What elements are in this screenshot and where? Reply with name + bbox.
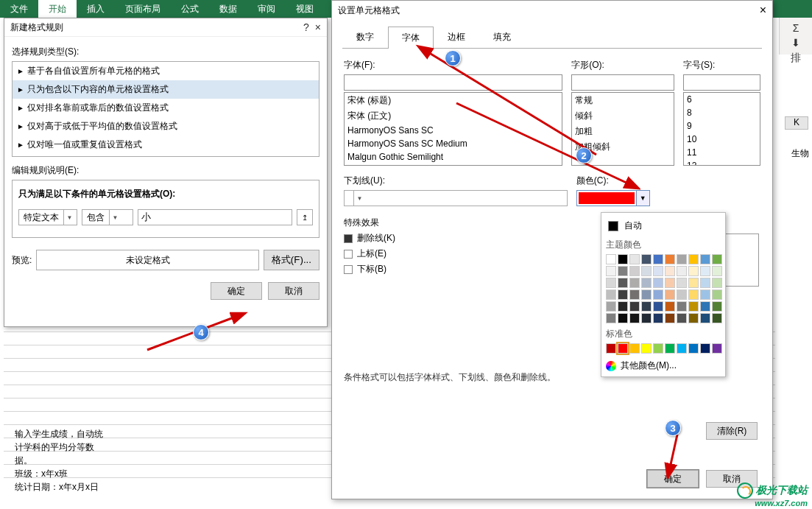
color-swatch[interactable] (677, 343, 687, 354)
color-swatch[interactable] (677, 313, 687, 323)
font-input[interactable] (344, 74, 562, 91)
color-swatch[interactable] (712, 254, 722, 264)
color-swatch[interactable] (677, 301, 687, 312)
style-opt-2[interactable]: 加粗 (572, 124, 674, 139)
color-swatch[interactable] (688, 313, 699, 323)
color-swatch[interactable] (712, 278, 722, 288)
color-swatch[interactable] (629, 313, 640, 323)
color-swatch[interactable] (606, 254, 616, 264)
color-swatch[interactable] (688, 278, 699, 288)
color-swatch[interactable] (700, 254, 710, 264)
size-input[interactable] (683, 74, 760, 91)
condition-text-input[interactable] (138, 209, 292, 225)
help-icon[interactable]: ? (303, 21, 309, 33)
close-icon[interactable]: × (760, 4, 766, 17)
color-swatch[interactable] (700, 278, 710, 288)
chevron-down-icon[interactable]: ▼ (109, 210, 121, 225)
style-input[interactable] (571, 74, 674, 91)
more-colors-row[interactable]: 其他颜色(M)... (606, 359, 721, 372)
color-swatch[interactable] (665, 313, 675, 323)
ribbon-tab-review[interactable]: 审阅 (247, 0, 286, 18)
condition-op-combo[interactable]: 包含▼ (82, 209, 133, 225)
color-swatch[interactable] (641, 266, 652, 276)
chevron-down-icon[interactable]: ▼ (353, 191, 365, 206)
style-opt-1[interactable]: 倾斜 (572, 108, 674, 124)
color-swatch[interactable] (618, 254, 628, 264)
color-swatch[interactable] (677, 278, 687, 288)
color-swatch[interactable] (700, 301, 710, 312)
size-opt-3[interactable]: 10 (684, 133, 760, 146)
color-swatch[interactable] (712, 313, 722, 323)
style-list[interactable]: 常规 倾斜 加粗 加粗倾斜 (571, 92, 674, 166)
autosum-icon[interactable]: Σ (793, 22, 799, 34)
color-swatch[interactable] (688, 289, 699, 300)
color-swatch[interactable] (606, 301, 616, 312)
tab-fill[interactable]: 填充 (479, 26, 525, 48)
color-swatch[interactable] (665, 343, 675, 354)
color-swatch[interactable] (618, 289, 628, 300)
color-swatch[interactable] (712, 343, 722, 354)
color-swatch[interactable] (712, 266, 722, 276)
color-swatch[interactable] (606, 278, 616, 288)
color-swatch[interactable] (665, 301, 675, 312)
font-opt-1[interactable]: 宋体 (正文) (345, 108, 562, 124)
color-swatch[interactable] (712, 289, 722, 300)
color-swatch[interactable] (700, 266, 710, 276)
color-swatch[interactable] (700, 343, 710, 354)
style-opt-0[interactable]: 常规 (572, 93, 674, 108)
rule-type-list[interactable]: ►基于各自值设置所有单元格的格式 ►只为包含以下内容的单元格设置格式 ►仅对排名… (12, 61, 319, 157)
color-swatch[interactable] (629, 254, 640, 264)
format-button[interactable]: 格式(F)... (264, 250, 319, 270)
fill-icon[interactable]: ⬇ (791, 37, 800, 49)
color-swatch[interactable] (641, 301, 652, 312)
font-opt-4[interactable]: Malgun Gothic Semilight (345, 150, 562, 164)
rule-ok-button[interactable]: 确定 (211, 282, 262, 300)
color-swatch[interactable] (653, 313, 663, 323)
color-swatch[interactable] (618, 266, 628, 276)
color-swatch[interactable] (653, 301, 663, 312)
rule-item-1[interactable]: ►只为包含以下内容的单元格设置格式 (13, 80, 319, 99)
ribbon-tab-file[interactable]: 文件 (0, 0, 38, 18)
color-swatch[interactable] (688, 266, 699, 276)
format-ok-button[interactable]: 确定 (647, 470, 699, 488)
color-swatch[interactable] (618, 313, 628, 323)
tab-number[interactable]: 数字 (342, 26, 388, 48)
range-select-icon[interactable]: ↥ (297, 209, 313, 225)
color-swatch[interactable] (641, 254, 652, 264)
rule-item-4[interactable]: ►仅对唯一值或重复值设置格式 (13, 136, 319, 154)
font-opt-5[interactable]: Microsoft YaHei UI (345, 164, 562, 166)
ribbon-tab-insert[interactable]: 插入 (77, 0, 115, 18)
color-swatch[interactable] (629, 278, 640, 288)
color-swatch[interactable] (653, 254, 663, 264)
size-opt-2[interactable]: 9 (684, 119, 760, 133)
ribbon-tab-view[interactable]: 视图 (286, 0, 324, 18)
color-swatch[interactable] (606, 313, 616, 323)
font-opt-3[interactable]: HarmonyOS Sans SC Medium (345, 137, 562, 150)
ribbon-tab-formula[interactable]: 公式 (171, 0, 209, 18)
color-swatch[interactable] (700, 289, 710, 300)
color-swatch[interactable] (641, 343, 652, 354)
color-swatch[interactable] (677, 266, 687, 276)
color-swatch[interactable] (641, 289, 652, 300)
ribbon-tab-layout[interactable]: 页面布局 (115, 0, 171, 18)
clear-button[interactable]: 清除(R) (706, 422, 758, 440)
rule-cancel-button[interactable]: 取消 (268, 282, 319, 300)
color-swatch[interactable] (688, 301, 699, 312)
ribbon-tab-home[interactable]: 开始 (38, 0, 77, 18)
column-header-k[interactable]: K (785, 116, 808, 130)
color-swatch[interactable] (665, 278, 675, 288)
color-swatch[interactable] (606, 343, 616, 354)
color-swatch[interactable] (688, 343, 699, 354)
color-swatch[interactable] (653, 343, 663, 354)
font-opt-0[interactable]: 宋体 (标题) (345, 93, 562, 108)
tab-font[interactable]: 字体 (388, 27, 434, 49)
size-list[interactable]: 6 8 9 10 11 12 (683, 92, 760, 166)
size-opt-0[interactable]: 6 (684, 93, 760, 106)
color-swatch[interactable] (618, 301, 628, 312)
color-swatch[interactable] (677, 289, 687, 300)
color-swatch[interactable] (629, 289, 640, 300)
color-swatch[interactable] (629, 266, 640, 276)
color-swatch[interactable] (712, 301, 722, 312)
color-swatch[interactable] (653, 289, 663, 300)
color-swatch[interactable] (665, 254, 675, 264)
